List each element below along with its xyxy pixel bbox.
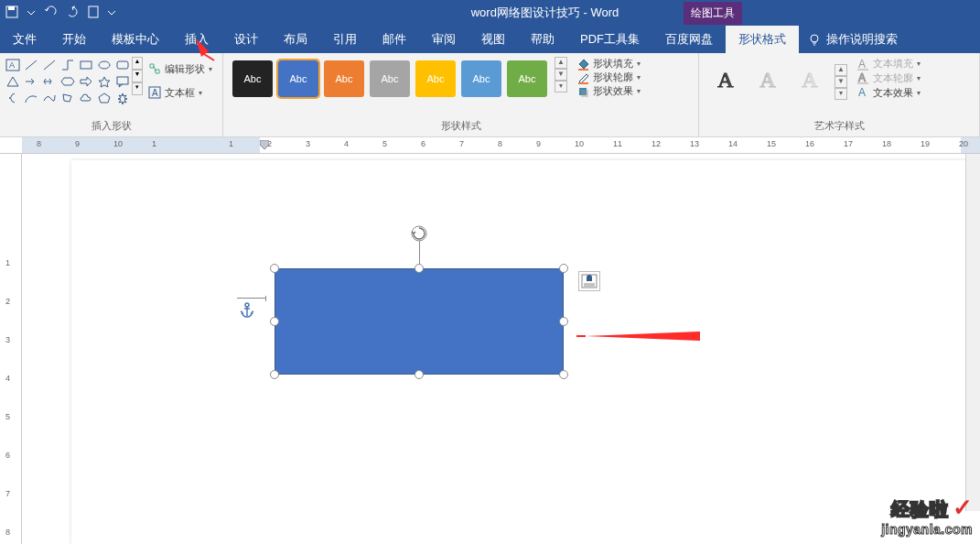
menu-references[interactable]: 引用 <box>320 26 370 53</box>
contextual-tab-label: 绘图工具 <box>684 2 742 25</box>
shape-effects-button[interactable]: 形状效果 ▾ <box>576 84 641 98</box>
layout-options-button[interactable] <box>578 271 600 291</box>
menu-pdf[interactable]: PDF工具集 <box>567 26 652 53</box>
ribbon: A <box>0 53 980 137</box>
menu-layout[interactable]: 布局 <box>271 26 320 53</box>
resize-handle[interactable] <box>559 370 568 379</box>
redo-icon[interactable] <box>66 5 79 21</box>
vertical-ruler[interactable]: 12345678 <box>0 154 22 544</box>
ribbon-group-label: 形状样式 <box>229 119 693 135</box>
svg-line-25 <box>204 54 214 60</box>
wordart-thumb[interactable]: A <box>752 64 783 95</box>
chevron-down-icon[interactable] <box>27 6 35 19</box>
gallery-down-icon[interactable]: ▼ <box>835 76 847 88</box>
resize-handle[interactable] <box>270 264 279 273</box>
line-shape-icon[interactable] <box>24 59 38 71</box>
text-fill-button[interactable]: A 文本填充 ▾ <box>856 57 921 71</box>
curve-shape-icon[interactable] <box>42 92 57 104</box>
oval-shape-icon[interactable] <box>97 59 112 71</box>
pentagon-shape-icon[interactable] <box>97 92 112 104</box>
selected-shape[interactable] <box>275 268 564 375</box>
resize-handle[interactable] <box>415 370 424 379</box>
undo-icon[interactable] <box>44 5 57 21</box>
text-fill-icon: A <box>856 58 869 71</box>
text-effects-icon: A <box>856 86 869 99</box>
style-gallery[interactable]: AbcAbcAbcAbcAbcAbcAbc <box>229 57 551 98</box>
gallery-up-icon[interactable]: ▲ <box>835 64 847 76</box>
shapes-gallery[interactable]: A <box>5 57 130 104</box>
shape-fill-button[interactable]: 形状填充 ▾ <box>576 57 641 71</box>
gallery-more-icon[interactable]: ▾ <box>132 82 143 95</box>
resize-handle[interactable] <box>270 317 279 326</box>
gallery-more-icon[interactable]: ▾ <box>555 81 567 92</box>
arc-shape-icon[interactable] <box>24 92 38 104</box>
style-thumb[interactable]: Abc <box>232 60 273 97</box>
style-thumb[interactable]: Abc <box>278 60 318 97</box>
style-thumb[interactable]: Abc <box>461 60 501 97</box>
new-doc-icon[interactable] <box>88 5 99 21</box>
tell-me-search[interactable]: 操作说明搜索 <box>799 31 907 48</box>
gallery-up-icon[interactable]: ▲ <box>132 57 143 70</box>
triangle-shape-icon[interactable] <box>5 75 20 88</box>
resize-handle[interactable] <box>559 264 568 273</box>
textbox-button[interactable]: A 文本框 ▾ <box>148 86 212 100</box>
save-icon[interactable] <box>5 5 18 21</box>
brace-shape-icon[interactable] <box>5 92 20 104</box>
shape-rect[interactable] <box>275 268 564 375</box>
resize-handle[interactable] <box>559 317 568 326</box>
gallery-down-icon[interactable]: ▼ <box>132 70 143 82</box>
arrow-shape-icon[interactable] <box>42 75 57 88</box>
style-thumb[interactable]: Abc <box>415 60 456 97</box>
menu-baidu[interactable]: 百度网盘 <box>652 26 726 53</box>
chevron-down-icon[interactable] <box>108 6 115 19</box>
rect-shape-icon[interactable] <box>79 59 93 71</box>
cloud-shape-icon[interactable] <box>79 92 93 104</box>
textbox-shape-icon[interactable]: A <box>5 59 20 71</box>
title-bar: word网络图设计技巧 - Word 绘图工具 <box>0 0 980 26</box>
edit-shape-button[interactable]: 编辑形状▾ <box>148 62 212 76</box>
bucket-icon <box>576 58 589 71</box>
menu-view[interactable]: 视图 <box>468 26 518 53</box>
text-effects-button[interactable]: A 文本效果 ▾ <box>856 86 921 100</box>
hexagon-shape-icon[interactable] <box>60 75 75 88</box>
arrow-right-shape-icon[interactable] <box>79 75 93 88</box>
rotation-handle-icon[interactable] <box>410 224 428 243</box>
menu-help[interactable]: 帮助 <box>518 26 567 53</box>
resize-handle[interactable] <box>270 370 279 379</box>
svg-rect-17 <box>857 69 868 71</box>
svg-text:A: A <box>152 88 158 98</box>
freeform-shape-icon[interactable] <box>60 92 75 104</box>
shape-outline-button[interactable]: 形状轮廓 ▾ <box>576 71 641 84</box>
menu-bar: 文件 开始 模板中心 插入 设计 布局 引用 邮件 审阅 视图 帮助 PDF工具… <box>0 26 980 53</box>
menu-review[interactable]: 审阅 <box>419 26 468 53</box>
style-thumb[interactable]: Abc <box>370 60 410 97</box>
horizontal-ruler[interactable]: 891011234567891011121314151617181920 <box>0 137 980 154</box>
svg-point-21 <box>245 303 249 307</box>
menu-home[interactable]: 开始 <box>49 26 99 53</box>
wordart-gallery[interactable]: AAA <box>705 57 831 100</box>
text-outline-button[interactable]: A 文本轮廓 ▾ <box>856 71 921 85</box>
menu-file[interactable]: 文件 <box>0 26 49 53</box>
arrow-shape-icon[interactable] <box>24 75 38 88</box>
line-shape-icon[interactable] <box>42 59 57 71</box>
indent-marker[interactable] <box>260 140 269 149</box>
gallery-down-icon[interactable]: ▼ <box>555 69 567 81</box>
star-shape-icon[interactable] <box>97 75 112 88</box>
wordart-thumb[interactable]: A <box>710 64 741 95</box>
rrect-shape-icon[interactable] <box>115 59 130 71</box>
style-thumb[interactable]: Abc <box>324 60 364 97</box>
menu-shape-format[interactable]: 形状格式 <box>726 26 799 53</box>
wordart-thumb[interactable]: A <box>794 64 825 95</box>
menu-mailings[interactable]: 邮件 <box>370 26 419 53</box>
vertical-scrollbar[interactable] <box>965 154 980 511</box>
anchor-icon <box>240 302 254 319</box>
gallery-up-icon[interactable]: ▲ <box>555 57 567 69</box>
callout-shape-icon[interactable] <box>115 75 130 88</box>
style-thumb[interactable]: Abc <box>507 60 547 97</box>
connector-shape-icon[interactable] <box>60 59 75 71</box>
burst-shape-icon[interactable] <box>115 92 130 104</box>
menu-design[interactable]: 设计 <box>221 26 271 53</box>
gallery-more-icon[interactable]: ▾ <box>835 88 847 100</box>
resize-handle[interactable] <box>415 264 424 273</box>
menu-template[interactable]: 模板中心 <box>99 26 172 53</box>
